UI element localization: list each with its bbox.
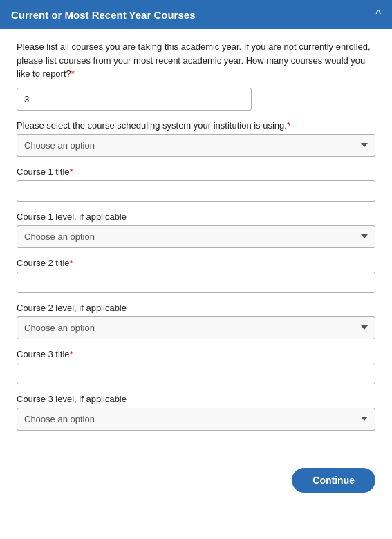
course3-level-select[interactable]: Choose an option AP IB Honors College/Du… <box>17 408 375 431</box>
course3-level-label: Course 3 level, if applicable <box>17 394 375 404</box>
course2-title-group: Course 2 title* <box>17 258 375 293</box>
course1-title-label: Course 1 title* <box>17 167 375 177</box>
course2-level-group: Course 2 level, if applicable Choose an … <box>17 303 375 339</box>
continue-button-row: Continue <box>0 457 392 509</box>
description-text: Please list all courses you are taking t… <box>17 40 375 81</box>
form-body: Please list all courses you are taking t… <box>0 29 392 457</box>
num-courses-group: Please list all courses you are taking t… <box>17 40 375 111</box>
course1-level-select[interactable]: Choose an option AP IB Honors College/Du… <box>17 225 375 248</box>
required-marker: * <box>71 68 75 79</box>
course2-level-select[interactable]: Choose an option AP IB Honors College/Du… <box>17 316 375 339</box>
course3-title-input[interactable] <box>17 363 375 384</box>
page-container: Current or Most Recent Year Courses ^ Pl… <box>0 0 392 539</box>
course1-title-input[interactable] <box>17 180 375 202</box>
scheduling-system-select[interactable]: Choose an option Semester Quarter Trimes… <box>17 134 375 157</box>
collapse-icon[interactable]: ^ <box>375 8 381 21</box>
course3-title-label: Course 3 title* <box>17 349 375 359</box>
course1-level-label: Course 1 level, if applicable <box>17 211 375 222</box>
course2-level-label: Course 2 level, if applicable <box>17 303 375 313</box>
course1-title-group: Course 1 title* <box>17 167 375 202</box>
section-header: Current or Most Recent Year Courses ^ <box>0 0 392 29</box>
required-marker-4: * <box>70 258 73 268</box>
course3-title-group: Course 3 title* <box>17 349 375 384</box>
num-courses-select[interactable]: 1 2 3 4 5 6 7 8 <box>17 88 252 111</box>
course3-level-group: Course 3 level, if applicable Choose an … <box>17 394 375 431</box>
continue-button[interactable]: Continue <box>292 468 375 493</box>
required-marker-5: * <box>70 349 73 359</box>
scheduling-system-group: Please select the course scheduling syst… <box>17 120 375 157</box>
course2-title-input[interactable] <box>17 272 375 293</box>
section-title: Current or Most Recent Year Courses <box>11 9 195 21</box>
required-marker-2: * <box>287 120 290 131</box>
required-marker-3: * <box>70 167 73 177</box>
course1-level-group: Course 1 level, if applicable Choose an … <box>17 211 375 248</box>
course2-title-label: Course 2 title* <box>17 258 375 268</box>
scheduling-system-label: Please select the course scheduling syst… <box>17 120 375 131</box>
